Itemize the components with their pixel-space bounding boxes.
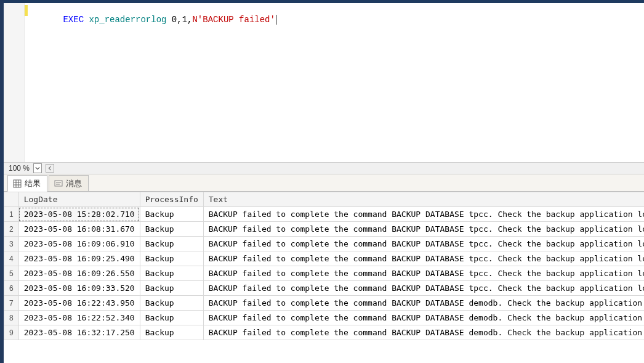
zoom-bar: 100 % xyxy=(4,162,644,174)
cell-logdate[interactable]: 2023-05-08 16:08:31.670 xyxy=(18,222,140,237)
cell-text[interactable]: BACKUP failed to complete the command BA… xyxy=(203,237,644,251)
svg-rect-0 xyxy=(14,180,21,187)
table-row[interactable]: 12023-05-08 15:28:02.710BackupBACKUP fai… xyxy=(4,207,645,222)
cell-text[interactable]: BACKUP failed to complete the command BA… xyxy=(203,207,644,222)
messages-icon xyxy=(54,179,63,188)
sql-editor[interactable]: EXEC xp_readerrorlog 0,1,N'BACKUP failed… xyxy=(4,3,644,162)
table-row[interactable]: 82023-05-08 16:22:52.340BackupBACKUP fai… xyxy=(4,311,645,325)
sql-procname: xp_readerrorlog xyxy=(84,15,172,25)
row-number[interactable]: 1 xyxy=(4,207,19,222)
cell-logdate[interactable]: 2023-05-08 16:09:33.520 xyxy=(18,281,140,296)
row-number[interactable]: 9 xyxy=(4,325,19,340)
cell-text[interactable]: BACKUP failed to complete the command BA… xyxy=(203,296,644,311)
results-table[interactable]: LogDate ProcessInfo Text 12023-05-08 15:… xyxy=(4,192,644,340)
cell-logdate[interactable]: 2023-05-08 15:28:02.710 xyxy=(18,207,140,222)
zoom-dropdown[interactable] xyxy=(33,163,42,173)
cell-text[interactable]: BACKUP failed to complete the command BA… xyxy=(203,251,644,266)
sql-args: 0,1, xyxy=(172,15,193,25)
cell-logdate[interactable]: 2023-05-08 16:22:52.340 xyxy=(18,311,140,325)
table-row[interactable]: 22023-05-08 16:08:31.670BackupBACKUP fai… xyxy=(4,222,645,237)
cell-text[interactable]: BACKUP failed to complete the command BA… xyxy=(203,325,644,340)
col-header-logdate[interactable]: LogDate xyxy=(18,192,140,207)
cell-processinfo[interactable]: Backup xyxy=(140,311,203,325)
chevron-down-icon xyxy=(35,166,40,171)
change-marker xyxy=(25,5,28,16)
cell-processinfo[interactable]: Backup xyxy=(140,325,203,340)
rownum-header[interactable] xyxy=(4,192,19,207)
cell-text[interactable]: BACKUP failed to complete the command BA… xyxy=(203,222,644,237)
cell-logdate[interactable]: 2023-05-08 16:09:25.490 xyxy=(18,251,140,266)
row-number[interactable]: 2 xyxy=(4,222,19,237)
grid-icon xyxy=(13,179,22,188)
table-row[interactable]: 52023-05-08 16:09:26.550BackupBACKUP fai… xyxy=(4,266,645,281)
hscroll-left-button[interactable] xyxy=(46,164,54,173)
tab-results-label: 结果 xyxy=(25,178,41,189)
sql-keyword: EXEC xyxy=(63,15,84,25)
cell-processinfo[interactable]: Backup xyxy=(140,266,203,281)
results-tab-bar: 结果 消息 xyxy=(4,174,644,192)
table-row[interactable]: 42023-05-08 16:09:25.490BackupBACKUP fai… xyxy=(4,251,645,266)
svg-rect-5 xyxy=(55,181,62,186)
zoom-level: 100 % xyxy=(4,164,33,173)
row-number[interactable]: 5 xyxy=(4,266,19,281)
cell-text[interactable]: BACKUP failed to complete the command BA… xyxy=(203,281,644,296)
table-row[interactable]: 72023-05-08 16:22:43.950BackupBACKUP fai… xyxy=(4,296,645,311)
col-header-text[interactable]: Text xyxy=(203,192,644,207)
tab-messages-label: 消息 xyxy=(66,178,82,189)
results-grid-container[interactable]: LogDate ProcessInfo Text 12023-05-08 15:… xyxy=(4,192,644,363)
tab-results[interactable]: 结果 xyxy=(7,175,47,192)
chevron-left-icon xyxy=(47,166,52,171)
cell-processinfo[interactable]: Backup xyxy=(140,251,203,266)
editor-gutter xyxy=(4,3,25,162)
sql-string: N'BACKUP failed' xyxy=(192,15,275,25)
cell-text[interactable]: BACKUP failed to complete the command BA… xyxy=(203,311,644,325)
cell-text[interactable]: BACKUP failed to complete the command BA… xyxy=(203,266,644,281)
row-number[interactable]: 3 xyxy=(4,237,19,251)
cell-processinfo[interactable]: Backup xyxy=(140,207,203,222)
row-number[interactable]: 4 xyxy=(4,251,19,266)
cell-logdate[interactable]: 2023-05-08 16:09:26.550 xyxy=(18,266,140,281)
col-header-processinfo[interactable]: ProcessInfo xyxy=(140,192,203,207)
table-row[interactable]: 92023-05-08 16:32:17.250BackupBACKUP fai… xyxy=(4,325,645,340)
horizontal-scrollbar[interactable] xyxy=(54,164,644,173)
cell-logdate[interactable]: 2023-05-08 16:22:43.950 xyxy=(18,296,140,311)
cell-processinfo[interactable]: Backup xyxy=(140,296,203,311)
table-row[interactable]: 32023-05-08 16:09:06.910BackupBACKUP fai… xyxy=(4,237,645,251)
cell-processinfo[interactable]: Backup xyxy=(140,237,203,251)
row-number[interactable]: 8 xyxy=(4,311,19,325)
editor-line-1[interactable]: EXEC xp_readerrorlog 0,1,N'BACKUP failed… xyxy=(32,5,276,35)
cell-logdate[interactable]: 2023-05-08 16:32:17.250 xyxy=(18,325,140,340)
tab-messages[interactable]: 消息 xyxy=(49,175,89,192)
table-row[interactable]: 62023-05-08 16:09:33.520BackupBACKUP fai… xyxy=(4,281,645,296)
row-number[interactable]: 6 xyxy=(4,281,19,296)
cell-processinfo[interactable]: Backup xyxy=(140,222,203,237)
text-cursor xyxy=(276,15,276,25)
cell-logdate[interactable]: 2023-05-08 16:09:06.910 xyxy=(18,237,140,251)
row-number[interactable]: 7 xyxy=(4,296,19,311)
cell-processinfo[interactable]: Backup xyxy=(140,281,203,296)
